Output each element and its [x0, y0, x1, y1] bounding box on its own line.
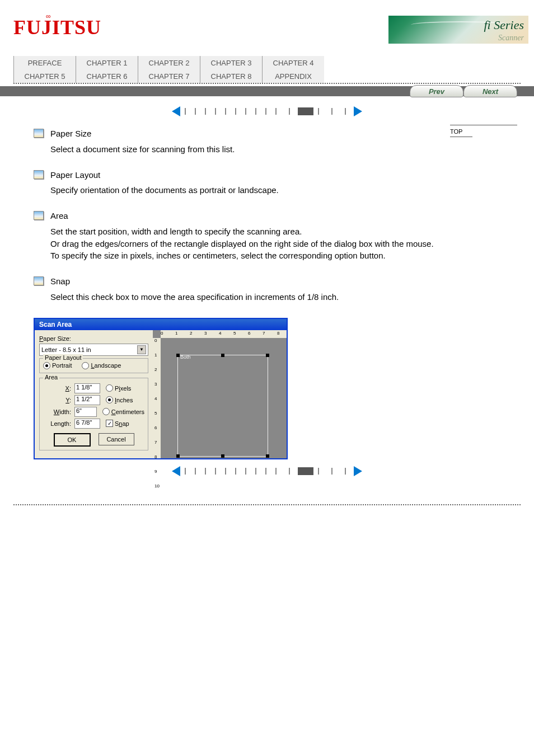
nav-chapter-1[interactable]: CHAPTER 1	[76, 56, 138, 69]
pager-segment[interactable]	[271, 467, 284, 476]
ok-button[interactable]: OK	[54, 433, 91, 447]
nav-chapter-4[interactable]: CHAPTER 4	[262, 56, 324, 69]
inches-radio[interactable]: Inches	[106, 396, 133, 403]
ruler-tick-label: 1	[175, 331, 177, 336]
next-button[interactable]: Next	[463, 85, 517, 97]
radio-on-icon	[106, 396, 113, 403]
pager-segment[interactable]	[313, 467, 327, 476]
pager-segment[interactable]	[200, 467, 210, 476]
bullet-icon	[34, 276, 44, 285]
snap-heading: Snap	[50, 275, 339, 288]
pager-segment[interactable]	[221, 107, 231, 116]
portrait-label: Portrait	[52, 362, 72, 369]
pager-segment[interactable]	[261, 467, 271, 476]
pager-segment[interactable]	[241, 467, 251, 476]
pixels-radio[interactable]: Pixels	[106, 384, 131, 392]
pager-segment[interactable]	[298, 107, 313, 115]
paper-layout-legend: Paper Layout	[43, 354, 83, 361]
ruler-tick-label: 5	[233, 331, 236, 336]
length-input[interactable]: 6 7/8"	[74, 419, 100, 429]
resize-handle-icon[interactable]	[221, 454, 224, 458]
pager-segment[interactable]	[241, 107, 251, 116]
pager-segment[interactable]	[327, 107, 340, 116]
pager-next-icon[interactable]	[354, 466, 362, 476]
pager-segment[interactable]	[313, 107, 327, 116]
pager-segment[interactable]	[190, 107, 200, 116]
pager-segment[interactable]	[200, 107, 210, 116]
resize-handle-icon[interactable]	[176, 454, 180, 458]
pager-segment[interactable]	[210, 107, 221, 116]
ruler-tick-label: 6	[154, 425, 157, 430]
paper-size-heading: Paper Size	[50, 128, 235, 140]
preview-area: 012345678 012345678910 Both	[153, 330, 287, 458]
resize-handle-icon[interactable]	[266, 454, 269, 458]
landscape-label: Landscape	[91, 362, 121, 369]
ruler-tick-label: 3	[204, 331, 207, 336]
ruler-tick-label: 8	[277, 331, 279, 336]
pager-segment[interactable]	[231, 107, 241, 116]
scan-area-dialog: Scan Area Paper Size: Letter - 8.5 x 11 …	[34, 318, 288, 459]
ruler-tick-label: 7	[263, 331, 265, 336]
nav-preface[interactable]: PREFACE	[13, 56, 76, 69]
contents-link[interactable]: CONTENTS	[450, 115, 517, 125]
cancel-button[interactable]: Cancel	[99, 433, 134, 445]
nav-appendix[interactable]: APPENDIX	[262, 69, 324, 83]
pager-segment[interactable]	[284, 107, 298, 116]
pager-segment[interactable]	[327, 467, 340, 476]
chevron-down-icon[interactable]: ▼	[137, 345, 146, 354]
pager-segment[interactable]	[271, 107, 284, 116]
brand-logo: ∞ FUJITSU	[13, 16, 101, 39]
pager-segment[interactable]	[340, 467, 354, 476]
snap-desc: Select this check box to move the area s…	[50, 291, 339, 303]
pager-segment[interactable]	[221, 467, 231, 476]
pager-segment[interactable]	[180, 467, 190, 476]
portrait-radio[interactable]: Portrait	[43, 362, 72, 369]
width-label: Width:	[43, 408, 71, 415]
width-input[interactable]: 6"	[74, 407, 97, 417]
pager-prev-icon[interactable]	[172, 466, 180, 476]
radio-off-icon	[82, 362, 89, 369]
section-pager-bottom	[34, 466, 500, 476]
y-input[interactable]: 1 1/2"	[74, 395, 100, 405]
pager-prev-icon[interactable]	[172, 106, 180, 116]
ruler-tick-label: 4	[154, 396, 157, 401]
pager-next-icon[interactable]	[354, 106, 362, 116]
preview-canvas[interactable]: Both	[161, 338, 287, 458]
chapter-nav: PREFACE CHAPTER 1 CHAPTER 2 CHAPTER 3 CH…	[0, 56, 534, 83]
resize-handle-icon[interactable]	[176, 354, 180, 357]
dialog-title: Scan Area	[35, 319, 287, 330]
nav-chapter-7[interactable]: CHAPTER 7	[138, 69, 200, 83]
inches-label: Inches	[115, 397, 133, 403]
pager-segment[interactable]	[180, 107, 190, 116]
resize-handle-icon[interactable]	[221, 354, 224, 357]
nav-chapter-3[interactable]: CHAPTER 3	[200, 56, 262, 69]
nav-chapter-8[interactable]: CHAPTER 8	[200, 69, 262, 83]
x-input[interactable]: 1 1/8"	[74, 383, 100, 393]
pager-segment[interactable]	[298, 467, 313, 475]
pager-segment[interactable]	[251, 107, 261, 116]
pager-segment[interactable]	[284, 467, 298, 476]
top-link[interactable]: TOP	[450, 126, 472, 137]
resize-handle-icon[interactable]	[266, 354, 269, 357]
pager-segment[interactable]	[231, 467, 241, 476]
paper-size-value: Letter - 8.5 x 11 in	[41, 346, 91, 353]
snap-checkbox[interactable]: Snap	[106, 420, 129, 427]
area-legend: Area	[43, 374, 59, 381]
selection-rectangle[interactable]: Both	[177, 355, 268, 457]
nav-chapter-6[interactable]: CHAPTER 6	[76, 69, 138, 83]
ruler-tick-label: 8	[154, 454, 157, 459]
nav-chapter-5[interactable]: CHAPTER 5	[13, 69, 76, 83]
landscape-radio[interactable]: Landscape	[82, 362, 121, 369]
paper-size-desc: Select a document size for scanning from…	[50, 143, 235, 156]
pager-segment[interactable]	[251, 467, 261, 476]
pager-segment[interactable]	[190, 467, 200, 476]
nav-chapter-2[interactable]: CHAPTER 2	[138, 56, 200, 69]
fiseries-title: fi Series	[484, 18, 524, 32]
pager-segment[interactable]	[210, 467, 221, 476]
centimeters-radio[interactable]: Centimeters	[102, 408, 144, 415]
ruler-tick-label: 5	[154, 411, 157, 416]
pager-segment[interactable]	[340, 107, 354, 116]
pager-segment[interactable]	[261, 107, 271, 116]
prev-button[interactable]: Prev	[410, 85, 463, 97]
section-bar: Prev Next	[0, 86, 534, 96]
